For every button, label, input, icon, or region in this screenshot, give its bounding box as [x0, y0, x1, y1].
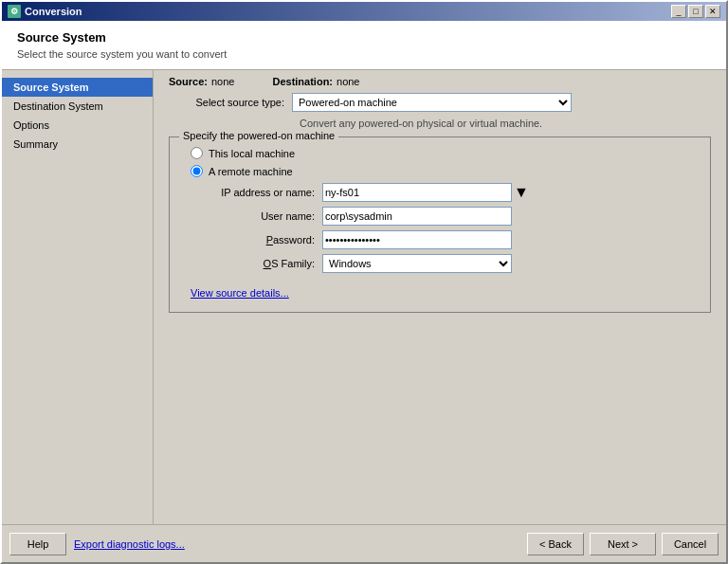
app-icon: ⚙ [8, 5, 21, 18]
password-row: Password: [213, 230, 699, 249]
view-source-details-link[interactable]: View source details... [191, 287, 289, 299]
source-type-row: Select source type: Powered-on machine V… [169, 93, 711, 112]
destination-status: Destination: none [272, 76, 359, 87]
os-family-select[interactable]: Windows Linux [322, 254, 512, 273]
powered-on-group: Specify the powered-on machine This loca… [169, 136, 711, 313]
source-status-value: none [211, 76, 234, 87]
footer-right: < Back Next > Cancel [527, 533, 719, 555]
os-family-label: OS Family: [213, 258, 322, 269]
remote-machine-radio-row: A remote machine [191, 165, 699, 177]
local-machine-label: This local machine [209, 148, 295, 159]
page-subtitle: Select the source system you want to con… [17, 48, 711, 60]
right-panel: Source: none Destination: none Select so… [154, 70, 726, 524]
maximize-button[interactable]: □ [688, 5, 703, 18]
close-button[interactable]: ✕ [705, 5, 720, 18]
content-area: Source System Destination System Options… [2, 70, 726, 524]
remote-machine-label: A remote machine [209, 166, 293, 177]
sidebar: Source System Destination System Options… [2, 70, 154, 524]
username-label: User name: [213, 210, 322, 222]
remote-machine-radio[interactable] [191, 165, 203, 177]
ip-label: IP address or name: [213, 187, 322, 198]
source-status: Source: none [169, 76, 234, 87]
source-status-label: Source: [169, 76, 208, 87]
username-row: User name: [213, 207, 699, 226]
help-button[interactable]: Help [9, 533, 66, 555]
source-type-hint: Convert any powered-on physical or virtu… [300, 118, 711, 129]
status-row: Source: none Destination: none [154, 70, 726, 93]
sidebar-item-destination-system[interactable]: Destination System [2, 97, 153, 116]
password-input[interactable] [322, 230, 512, 249]
group-box-title: Specify the powered-on machine [179, 130, 338, 141]
source-type-label: Select source type: [169, 97, 292, 108]
main-area: Source System Select the source system y… [2, 21, 726, 562]
ip-dropdown-icon[interactable]: ▼ [514, 184, 529, 201]
next-button[interactable]: Next > [590, 533, 656, 555]
export-logs-link[interactable]: Export diagnostic logs... [74, 538, 185, 550]
footer-left: Help Export diagnostic logs... [9, 533, 519, 555]
title-bar: ⚙ Conversion _ □ ✕ [2, 2, 726, 21]
sidebar-item-summary[interactable]: Summary [2, 135, 153, 154]
cancel-button[interactable]: Cancel [662, 533, 719, 555]
footer: Help Export diagnostic logs... < Back Ne… [2, 524, 726, 562]
minimize-button[interactable]: _ [671, 5, 686, 18]
password-label: Password: [213, 234, 322, 246]
title-bar-left: ⚙ Conversion [8, 5, 82, 18]
main-window: ⚙ Conversion _ □ ✕ Source System Select … [0, 0, 728, 564]
title-bar-controls: _ □ ✕ [671, 5, 720, 18]
sidebar-item-options[interactable]: Options [2, 116, 153, 135]
header-panel: Source System Select the source system y… [2, 21, 726, 70]
ip-input[interactable] [322, 183, 512, 202]
sidebar-item-source-system[interactable]: Source System [2, 78, 153, 97]
form-area: Select source type: Powered-on machine V… [154, 93, 726, 524]
destination-status-label: Destination: [272, 76, 333, 87]
ip-row: IP address or name: ▼ [213, 183, 699, 202]
back-button[interactable]: < Back [527, 533, 584, 555]
destination-status-value: none [337, 76, 359, 87]
source-type-select[interactable]: Powered-on machine VMware Infrastructure… [292, 93, 572, 112]
page-title: Source System [17, 30, 711, 45]
local-machine-radio-row: This local machine [191, 147, 699, 159]
remote-fields: IP address or name: ▼ User name: [213, 183, 699, 273]
os-family-row: OS Family: Windows Linux [213, 254, 699, 273]
window-title: Conversion [25, 6, 82, 17]
username-input[interactable] [322, 207, 512, 226]
local-machine-radio[interactable] [191, 147, 203, 159]
